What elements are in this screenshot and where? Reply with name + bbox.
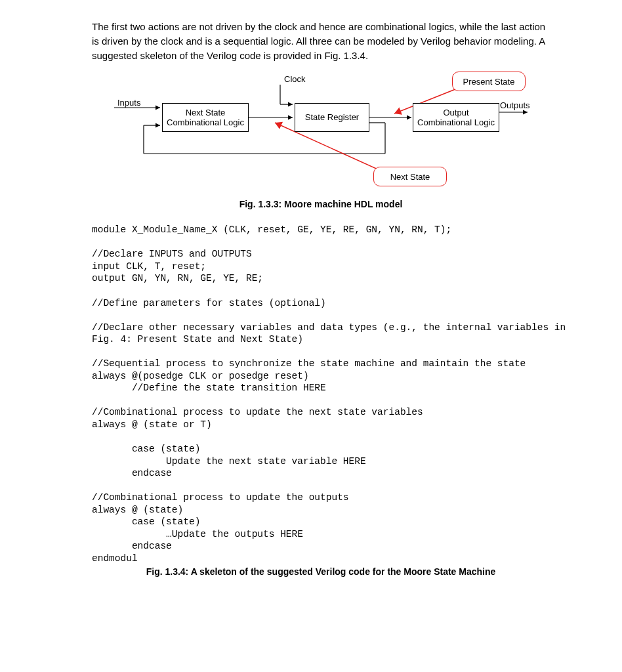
document-page: The first two actions are not driven by …	[0, 0, 622, 672]
output-line2: Combinational Logic	[417, 117, 495, 128]
intro-paragraph: The first two actions are not driven by …	[92, 20, 550, 62]
next-state-line1: Next State	[186, 108, 226, 118]
moore-diagram: Clock Inputs Outputs Next State Combinat…	[111, 72, 531, 190]
figure-caption-2: Fig. 1.3.4: A skeleton of the suggested …	[92, 566, 550, 577]
next-state-logic-box: Next State Combinational Logic	[162, 103, 249, 132]
figure-caption-1: Fig. 1.3.3: Moore machine HDL model	[92, 199, 550, 209]
output-line1: Output	[443, 108, 468, 118]
clock-label: Clock	[284, 74, 306, 84]
inputs-label: Inputs	[117, 98, 140, 108]
next-state-callout: Next State	[373, 167, 447, 186]
output-logic-box: Output Combinational Logic	[413, 103, 499, 132]
present-state-callout: Present State	[452, 72, 526, 91]
verilog-code-block: module X_Module_Name_X (CLK, reset, GE, …	[92, 224, 550, 564]
state-register-text: State Register	[305, 112, 359, 123]
outputs-label: Outputs	[500, 100, 530, 110]
state-register-box: State Register	[295, 103, 369, 132]
next-state-line2: Combinational Logic	[167, 117, 244, 128]
